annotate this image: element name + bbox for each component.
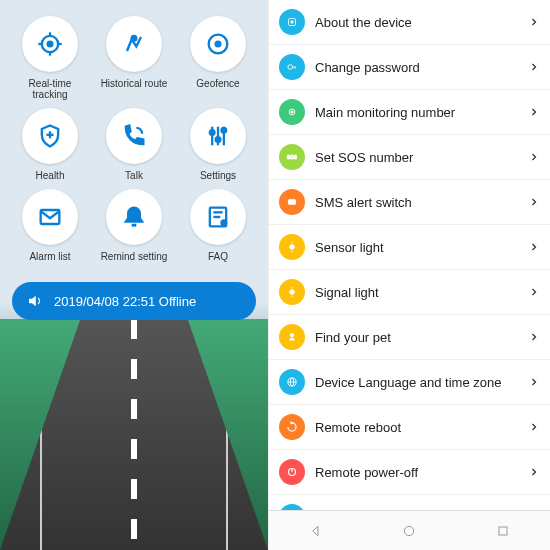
svg-point-39 [290,334,294,338]
shield-plus-icon [36,122,64,150]
sensor-icon [279,234,305,260]
tile-health[interactable]: Health [10,108,90,181]
feature-grid: Real-time tracking Historical route Geof… [0,0,268,272]
tile-realtime-tracking[interactable]: Real-time tracking [10,16,90,100]
route-icon [120,30,148,58]
tile-talk[interactable]: Talk [94,108,174,181]
findpet-icon [279,324,305,350]
password-icon [279,54,305,80]
sos-icon: SOS [279,144,305,170]
chevron-right-icon [528,16,540,28]
settings-row-label: Sensor light [315,240,528,255]
chevron-right-icon [528,466,540,478]
tile-label: Remind setting [101,251,168,262]
monitor-icon [279,99,305,125]
settings-row-label: Signal light [315,285,528,300]
chevron-right-icon [528,241,540,253]
tile-label: Historical route [101,78,168,89]
settings-row-sensor[interactable]: Sensor light [269,225,550,270]
settings-row-password[interactable]: Change password [269,45,550,90]
settings-row-poweroff[interactable]: Remote power-off [269,450,550,495]
svg-point-26 [288,65,293,70]
bell-icon [120,203,148,231]
svg-point-36 [290,290,295,295]
settings-row-factory[interactable]: Factory-Reset [269,495,550,510]
svg-point-15 [216,137,221,142]
svg-text:SOS: SOS [287,155,297,160]
status-bar[interactable]: 2019/04/08 22:51 Offline [12,282,256,320]
svg-point-30 [291,111,293,113]
settings-row-reboot[interactable]: Remote reboot [269,405,550,450]
settings-row-label: Find your pet [315,330,528,345]
settings-row-label: About the device [315,15,528,30]
home-panel: Real-time tracking Historical route Geof… [0,0,268,550]
svg-point-16 [222,128,227,133]
tile-label: Talk [125,170,143,181]
settings-row-findpet[interactable]: Find your pet [269,315,550,360]
svg-point-33 [290,245,295,250]
settings-row-label: Main monitoring number [315,105,528,120]
svg-rect-46 [499,527,507,535]
tile-label: Geofence [196,78,239,89]
tile-geofence[interactable]: Geofence [178,16,258,100]
recent-button[interactable] [495,523,511,539]
settings-row-label: Change password [315,60,528,75]
chevron-right-icon [528,196,540,208]
poweroff-icon [279,459,305,485]
svg-point-45 [405,526,414,535]
chevron-right-icon [528,331,540,343]
tile-label: Alarm list [29,251,70,262]
settings-row-lang[interactable]: Device Language and time zone [269,360,550,405]
signal-icon [279,279,305,305]
settings-panel: About the deviceChange passwordMain moni… [268,0,550,550]
tile-alarm-list[interactable]: Alarm list [10,189,90,262]
status-text: 2019/04/08 22:51 Offline [54,294,196,309]
svg-rect-32 [289,200,296,205]
settings-row-signal[interactable]: Signal light [269,270,550,315]
sms-icon [279,189,305,215]
speaker-icon [26,292,44,310]
tile-settings[interactable]: Settings [178,108,258,181]
tile-label: FAQ [208,251,228,262]
phone-icon [120,122,148,150]
settings-row-about[interactable]: About the device [269,0,550,45]
svg-point-14 [210,130,215,135]
svg-point-25 [291,21,293,23]
back-button[interactable] [308,523,324,539]
settings-row-label: Device Language and time zone [315,375,528,390]
settings-row-label: Remote power-off [315,465,528,480]
sliders-icon [204,122,232,150]
settings-row-sms[interactable]: SMS alert switch [269,180,550,225]
settings-list: About the deviceChange passwordMain moni… [269,0,550,510]
android-nav [269,510,550,550]
settings-row-label: Remote reboot [315,420,528,435]
svg-point-1 [48,42,53,47]
settings-row-monitor[interactable]: Main monitoring number [269,90,550,135]
settings-row-label: Set SOS number [315,150,528,165]
geofence-icon [204,30,232,58]
envelope-icon [36,203,64,231]
about-icon [279,9,305,35]
home-button[interactable] [401,523,417,539]
tile-label: Real-time tracking [10,78,90,100]
chevron-right-icon [528,106,540,118]
chevron-right-icon [528,421,540,433]
tile-faq[interactable]: ? FAQ [178,189,258,262]
chevron-right-icon [528,61,540,73]
tile-label: Health [36,170,65,181]
tile-label: Settings [200,170,236,181]
svg-point-8 [215,41,222,48]
tile-historical-route[interactable]: Historical route [94,16,174,100]
reboot-icon [279,414,305,440]
chevron-right-icon [528,376,540,388]
tile-remind-setting[interactable]: Remind setting [94,189,174,262]
faq-icon: ? [204,203,232,231]
chevron-right-icon [528,151,540,163]
svg-point-6 [132,36,137,41]
crosshair-icon [36,30,64,58]
settings-row-sos[interactable]: SOSSet SOS number [269,135,550,180]
lang-icon [279,369,305,395]
chevron-right-icon [528,286,540,298]
settings-row-label: SMS alert switch [315,195,528,210]
